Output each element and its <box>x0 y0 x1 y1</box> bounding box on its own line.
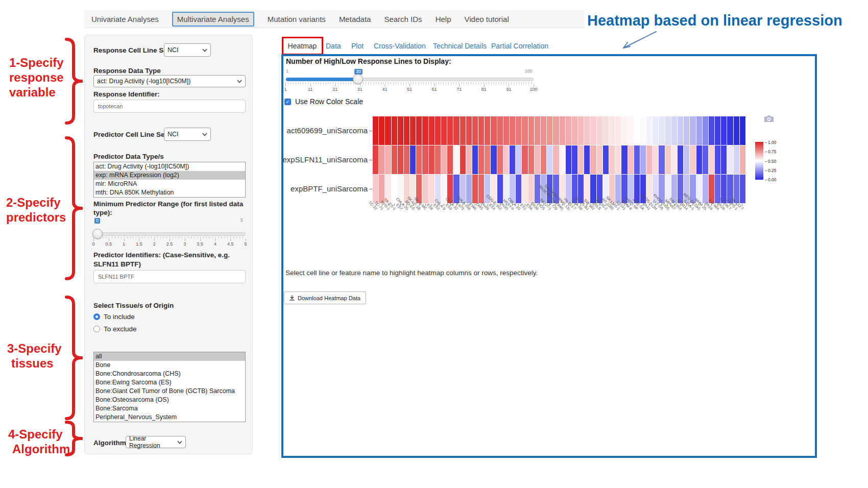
heatmap-cell[interactable] <box>560 116 565 145</box>
heatmap-cell[interactable] <box>740 145 745 174</box>
heatmap-cell[interactable] <box>485 116 490 145</box>
heatmap-cell[interactable] <box>447 145 453 174</box>
heatmap-cell[interactable] <box>528 145 534 174</box>
heatmap-cell[interactable] <box>690 145 695 174</box>
heatmap-cell[interactable] <box>441 116 447 145</box>
heatmap-cell[interactable] <box>578 145 584 174</box>
heatmap-cell[interactable] <box>466 145 472 174</box>
heatmap-cell[interactable] <box>590 175 596 203</box>
heatmap-cell[interactable] <box>466 116 472 145</box>
heatmap-cell[interactable] <box>609 116 615 145</box>
response-lines-slider-track[interactable] <box>285 78 534 81</box>
heatmap-cell[interactable] <box>373 116 378 145</box>
heatmap-cell[interactable] <box>584 116 590 145</box>
heatmap-cell[interactable] <box>628 116 634 145</box>
heatmap-cell[interactable] <box>597 116 602 145</box>
heatmap-cell[interactable] <box>703 116 708 145</box>
heatmap-cell[interactable] <box>404 116 409 145</box>
heatmap-cell[interactable] <box>435 116 441 145</box>
heatmap-cell[interactable] <box>416 116 422 145</box>
heatmap-cell[interactable] <box>721 145 727 174</box>
heatmap-cell[interactable] <box>398 116 403 145</box>
heatmap-cell[interactable] <box>472 145 478 174</box>
heatmap-cell[interactable] <box>392 116 397 145</box>
heatmap-cell[interactable] <box>385 116 391 145</box>
heatmap-cell[interactable] <box>441 145 447 174</box>
heatmap-cell[interactable] <box>410 116 416 145</box>
heatmap-cell[interactable] <box>541 116 546 145</box>
heatmap-cell[interactable] <box>373 145 378 174</box>
heatmap-cell[interactable] <box>528 175 534 203</box>
heatmap-cell[interactable] <box>535 116 540 145</box>
heatmap-cell[interactable] <box>510 116 515 145</box>
heatmap-cell[interactable] <box>422 145 428 174</box>
use-row-color-scale-checkbox[interactable]: ✓ Use Row Color Scale <box>284 97 363 106</box>
heatmap-cell[interactable] <box>659 116 664 145</box>
listbox-option[interactable]: Bone:Sarcoma <box>94 404 245 413</box>
heatmap-cell[interactable] <box>553 116 559 145</box>
heatmap-cell[interactable] <box>566 145 571 174</box>
algorithm-select[interactable]: Linear Regression <box>126 436 186 448</box>
heatmap-cell[interactable] <box>590 116 596 145</box>
heatmap-row-label[interactable]: expBPTF_uniSarcoma <box>255 184 368 193</box>
camera-icon[interactable] <box>764 115 774 123</box>
heatmap-cell[interactable] <box>460 116 466 145</box>
response-cell-line-set-select[interactable]: NCI <box>164 43 211 57</box>
nav-search-ids[interactable]: Search IDs <box>384 15 422 23</box>
listbox-option[interactable]: Bone:Chondrosarcoma (CHS) <box>94 370 245 378</box>
listbox-option[interactable]: act: Drug Activity (-log10[IC50M]) <box>94 162 245 171</box>
heatmap-cell[interactable] <box>615 145 621 174</box>
heatmap-cell[interactable] <box>709 145 714 174</box>
response-data-type-select[interactable]: act: Drug Activity (-log10[IC50M]) <box>93 75 246 87</box>
heatmap-cell[interactable] <box>447 116 453 145</box>
heatmap-cell[interactable] <box>615 175 621 203</box>
heatmap-cell[interactable] <box>522 116 527 145</box>
heatmap-cell[interactable] <box>373 175 378 203</box>
heatmap-cell[interactable] <box>516 175 521 203</box>
heatmap-cell[interactable] <box>497 116 503 145</box>
listbox-option[interactable]: mir: MicroRNA <box>94 180 245 188</box>
heatmap-cell[interactable] <box>478 145 484 174</box>
heatmap-cell[interactable] <box>453 145 459 174</box>
heatmap-cell[interactable] <box>721 116 727 145</box>
tab-plot[interactable]: Plot <box>351 42 364 50</box>
heatmap-cell[interactable] <box>404 145 409 174</box>
heatmap-cell[interactable] <box>466 175 472 203</box>
heatmap-cell[interactable] <box>491 116 496 145</box>
listbox-option[interactable]: exp: mRNA Expression (log2) <box>94 171 245 180</box>
heatmap-cell[interactable] <box>734 145 739 174</box>
listbox-option[interactable]: Peripheral_Nervous_System <box>94 413 245 422</box>
nav-video-tutorial[interactable]: Video tutorial <box>464 15 509 23</box>
heatmap-cell[interactable] <box>609 145 615 174</box>
nav-help[interactable]: Help <box>436 15 451 23</box>
heatmap-row-label[interactable]: act609699_uniSarcoma <box>255 126 368 135</box>
heatmap-cell[interactable] <box>522 145 527 174</box>
heatmap-cell[interactable] <box>453 116 459 145</box>
heatmap-cell[interactable] <box>646 116 652 145</box>
heatmap-cell[interactable] <box>478 116 484 145</box>
heatmap-cell[interactable] <box>590 145 596 174</box>
tab-data[interactable]: Data <box>326 42 341 50</box>
heatmap-cell[interactable] <box>696 145 702 174</box>
heatmap-cell[interactable] <box>528 116 534 145</box>
heatmap-cell[interactable] <box>547 116 552 145</box>
heatmap-cell[interactable] <box>572 145 577 174</box>
nav-univariate-analyses[interactable]: Univariate Analyses <box>91 15 159 23</box>
heatmap-cell[interactable] <box>671 116 677 145</box>
heatmap-cell[interactable] <box>429 116 435 145</box>
heatmap-cell[interactable] <box>572 116 577 145</box>
heatmap-cell[interactable] <box>621 145 627 174</box>
heatmap-cell[interactable] <box>566 116 571 145</box>
listbox-option[interactable]: mth: DNA 850K Methylation <box>94 188 245 197</box>
heatmap-cell[interactable] <box>429 145 435 174</box>
heatmap-cell[interactable] <box>385 145 391 174</box>
heatmap-cell[interactable] <box>715 116 720 145</box>
nav-mutation-variants[interactable]: Mutation variants <box>268 15 326 23</box>
heatmap-cell[interactable] <box>422 175 428 203</box>
heatmap-cell[interactable] <box>416 145 422 174</box>
heatmap-cell[interactable] <box>472 116 478 145</box>
heatmap-cell[interactable] <box>422 116 428 145</box>
listbox-option[interactable]: Bone:Ewing Sarcoma (ES) <box>94 378 245 387</box>
heatmap-cell[interactable] <box>678 116 683 145</box>
heatmap-cell[interactable] <box>503 116 509 145</box>
